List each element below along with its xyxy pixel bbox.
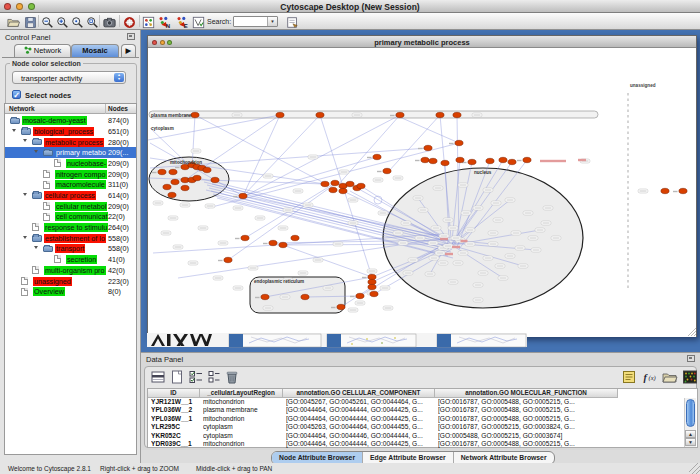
table-scrollbar[interactable]: ▲ ▼ — [684, 398, 696, 447]
tree-row[interactable]: biological_process651(0) — [5, 126, 136, 137]
tab-mosaic[interactable]: Mosaic — [71, 44, 119, 57]
zoom-in-icon[interactable] — [56, 16, 69, 29]
tree-row[interactable]: nucleobase-209(0) — [5, 158, 136, 169]
new-attribute-icon[interactable] — [169, 369, 185, 385]
graph-node — [316, 112, 324, 117]
tab-network[interactable]: Network — [14, 44, 71, 57]
tree-row[interactable]: cellular metabol209(0) — [5, 201, 136, 212]
tree-row[interactable]: nitrogen compo209(0) — [5, 168, 136, 179]
attribute-browser-tabs: Node Attribute BrowserEdge Attribute Bro… — [141, 450, 700, 463]
graph-node — [331, 180, 339, 185]
tab-overflow-arrow[interactable]: ▶ — [121, 44, 136, 57]
scrollbar-thumb[interactable] — [686, 399, 695, 427]
help-ring-icon[interactable] — [123, 16, 136, 29]
matrix-view-icon[interactable] — [682, 369, 698, 385]
table-row[interactable]: YPL036W__1mitochondrion[GO:0044464, GO:0… — [148, 415, 697, 423]
vizmapper-nodes-icon[interactable]: N — [158, 16, 171, 29]
network-window-titlebar[interactable]: primary metabolic process — [148, 36, 696, 48]
graph-node — [373, 154, 381, 159]
folder-icon — [32, 192, 42, 199]
graph-node — [499, 157, 507, 162]
column-header[interactable]: _cellularLayoutRegion — [200, 389, 283, 398]
attribute-table-icon[interactable] — [150, 369, 166, 385]
table-row[interactable]: YDR039C__1mitochondrion[GO:0044464, GO:0… — [148, 440, 697, 448]
graph-node — [239, 193, 247, 198]
svg-text:N: N — [166, 23, 170, 29]
tree-row[interactable]: transport558(0) — [5, 243, 136, 254]
minimized-windows-strip[interactable] — [141, 333, 700, 349]
node-color-combobox[interactable]: transporter activity ▲▼ — [12, 71, 126, 84]
network-view-window[interactable]: primary metabolic process plasma membran… — [147, 35, 697, 337]
unselect-attributes-icon[interactable] — [206, 369, 222, 385]
tree-row[interactable]: secretion41(0) — [5, 254, 136, 265]
graph-node — [523, 157, 531, 162]
graph-node — [356, 293, 364, 298]
graph-node — [436, 112, 444, 117]
window-resize-grip[interactable] — [689, 463, 700, 474]
tree-row[interactable]: multi-organism pro42(0) — [5, 265, 136, 276]
tree-row[interactable]: primary metabo209(... — [5, 147, 136, 158]
search-go-icon[interactable] — [286, 16, 299, 29]
delete-attribute-icon[interactable] — [224, 369, 240, 385]
zoom-fit-icon[interactable] — [71, 16, 84, 29]
tree-row[interactable]: metabolic process280(0) — [5, 136, 136, 147]
folder-icon — [10, 118, 20, 125]
scroll-down-button[interactable]: ▼ — [685, 438, 696, 446]
file-icon — [21, 288, 28, 296]
graph-node — [455, 140, 463, 145]
folder-icon — [32, 235, 42, 242]
graph-node — [168, 192, 176, 197]
graph-node — [279, 242, 287, 247]
scroll-up-button[interactable]: ▲ — [685, 430, 696, 438]
graph-node — [301, 294, 309, 299]
column-header[interactable]: annotation.GO CELLULAR_COMPONENT — [283, 389, 435, 398]
float-data-panel-icon[interactable] — [687, 355, 695, 362]
table-row[interactable]: YPL036W__2plasma membrane[GO:0044464, GO… — [148, 406, 697, 414]
filter-icon[interactable] — [192, 16, 205, 29]
zoom-selected-icon[interactable] — [86, 16, 99, 29]
app-titlebar[interactable]: Cytoscape Desktop (New Session) — [0, 0, 700, 13]
search-label: Search: — [207, 18, 231, 25]
layout-grid-icon[interactable] — [142, 16, 155, 29]
search-dropdown-arrow[interactable]: ▼ — [267, 17, 277, 26]
tree-row[interactable]: mosaic-demo-yeast874(0) — [5, 115, 136, 126]
table-row[interactable]: YLR295Ccytoplasm[GO:0045263, GO:0044464,… — [148, 423, 697, 431]
table-row[interactable]: YKR052Ccytoplasm[GO:0044464, GO:0044446,… — [148, 432, 697, 440]
save-icon[interactable] — [24, 16, 37, 29]
combobox-stepper-icon[interactable]: ▲▼ — [114, 73, 124, 82]
tree-row[interactable]: Overview8(0) — [5, 286, 136, 297]
tree-row[interactable]: response to stimulu264(0) — [5, 222, 136, 233]
graph-node — [346, 181, 354, 186]
vizmapper-edges-icon[interactable]: E — [176, 16, 189, 29]
select-attributes-icon[interactable] — [188, 369, 204, 385]
formula-builder-icon[interactable]: f(x) — [642, 369, 658, 385]
file-icon — [43, 202, 50, 210]
tree-row[interactable]: unassigned223(0) — [5, 275, 136, 286]
column-header[interactable]: ID — [148, 389, 200, 398]
file-icon — [21, 277, 28, 285]
folder-icon — [43, 246, 53, 253]
zoom-out-icon[interactable] — [41, 16, 54, 29]
graph-node — [224, 257, 232, 262]
tree-row[interactable]: cell communicat22(0) — [5, 211, 136, 222]
network-graph-canvas[interactable]: plasma membranecytoplasmmitochondrionnuc… — [148, 48, 696, 337]
tree-header[interactable]: Network Nodes — [5, 104, 136, 114]
data-panel-title: Data Panel — [146, 355, 183, 364]
tree-row[interactable]: macromolecule311(0) — [5, 179, 136, 190]
file-icon — [54, 255, 61, 263]
import-attributes-icon[interactable] — [662, 369, 678, 385]
table-row[interactable]: YJR121W__1mitochondrion[GO:0045267, GO:0… — [148, 398, 697, 406]
attribute-notes-icon[interactable] — [621, 369, 637, 385]
main-toolbar: NE Search: ▼ — [0, 13, 700, 30]
tree-row[interactable]: establishment of lo558(0) — [5, 233, 136, 244]
open-folder-icon[interactable] — [7, 16, 20, 29]
search-input[interactable]: ▼ — [233, 16, 278, 27]
graph-node — [169, 169, 177, 174]
tree-row[interactable]: cellular process614(0) — [5, 190, 136, 201]
snapshot-icon[interactable] — [103, 16, 116, 29]
svg-text:mitochondrion: mitochondrion — [170, 160, 202, 165]
select-nodes-checkbox[interactable]: ✓ — [12, 90, 21, 99]
float-panel-icon[interactable] — [127, 33, 135, 40]
column-header[interactable]: annotation.GO MOLECULAR_FUNCTION — [435, 389, 618, 398]
file-icon — [54, 159, 61, 167]
